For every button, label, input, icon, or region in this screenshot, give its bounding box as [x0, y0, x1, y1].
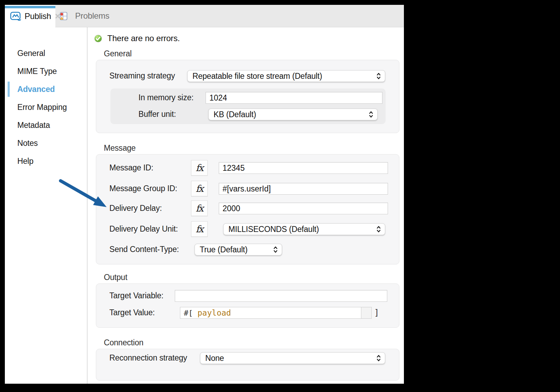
sidebar-divider	[87, 27, 88, 384]
close-icon[interactable]: ×	[55, 12, 61, 21]
sidebar-item-mime-type[interactable]: MIME Type	[5, 62, 87, 80]
sidebar-item-advanced[interactable]: Advanced	[5, 80, 87, 98]
target-variable-label: Target Variable:	[109, 291, 163, 300]
streaming-options-panel: In memory size: Buffer unit: KB (Default…	[110, 88, 386, 124]
delivery-delay-input[interactable]	[219, 203, 388, 214]
output-panel: Target Variable: Target Value: #[ payloa…	[96, 283, 399, 328]
general-panel: Streaming strategy Repeatable file store…	[96, 60, 399, 133]
tab-problems[interactable]: Problems	[59, 5, 117, 27]
status-row: There are no errors.	[94, 34, 180, 43]
send-content-type-select[interactable]: True (Default)	[195, 244, 282, 255]
tab-publish-label: Publish	[25, 11, 51, 21]
updown-chevron-icon	[369, 110, 373, 119]
streaming-strategy-select[interactable]: Repeatable file store stream (Default)	[187, 70, 385, 82]
target-value-label: Target Value:	[109, 308, 155, 317]
updown-chevron-icon	[376, 72, 381, 80]
message-id-input[interactable]	[219, 162, 388, 174]
buffer-unit-label: Buffer unit:	[138, 110, 176, 119]
status-message: There are no errors.	[107, 34, 180, 43]
delivery-delay-unit-fx-button[interactable]: fx	[191, 221, 208, 237]
in-memory-size-input[interactable]	[206, 92, 382, 104]
sidebar-item-error-mapping[interactable]: Error Mapping	[5, 98, 87, 116]
expression-close-bracket: ]	[374, 308, 379, 318]
updown-chevron-icon	[376, 354, 381, 362]
send-content-type-label: Send Content-Type:	[109, 245, 179, 254]
in-memory-size-label: In memory size:	[138, 93, 193, 102]
message-group-id-label: Message Group ID:	[109, 184, 177, 193]
message-group-id-input[interactable]	[219, 183, 388, 195]
message-group-id-fx-button[interactable]: fx	[191, 181, 208, 196]
connection-panel: Reconnection strategy None	[96, 349, 399, 381]
streaming-strategy-label: Streaming strategy	[109, 71, 175, 81]
properties-window: Publish × Problems General MIME Type Adv…	[5, 5, 404, 384]
buffer-unit-select[interactable]: KB (Default)	[208, 109, 378, 120]
target-value-expression: payload	[198, 308, 231, 317]
tab-bar: Publish × Problems	[5, 5, 404, 27]
target-value-expression-field[interactable]: #[ payload	[180, 307, 361, 319]
reconnection-strategy-select[interactable]: None	[200, 352, 385, 364]
reconnection-strategy-label: Reconnection strategy	[109, 353, 187, 363]
section-title-message: Message	[104, 143, 136, 153]
sidebar: General MIME Type Advanced Error Mapping…	[5, 28, 87, 384]
tab-problems-label: Problems	[75, 11, 109, 21]
updown-chevron-icon	[273, 245, 278, 254]
target-value-editor-group: #[ payload ]	[180, 307, 379, 319]
sidebar-item-notes[interactable]: Notes	[5, 134, 87, 152]
expression-editor-button[interactable]	[361, 307, 372, 319]
sidebar-item-help[interactable]: Help	[5, 152, 87, 170]
sidebar-item-metadata[interactable]: Metadata	[5, 116, 87, 134]
delivery-delay-label: Delivery Delay:	[109, 204, 162, 213]
sidebar-item-general[interactable]: General	[5, 44, 87, 62]
target-variable-input[interactable]	[175, 290, 387, 302]
message-id-fx-button[interactable]: fx	[191, 160, 208, 176]
message-panel: Message ID: fx Message Group ID: fx Deli…	[96, 154, 399, 264]
section-title-connection: Connection	[104, 338, 143, 347]
delivery-delay-unit-label: Delivery Delay Unit:	[109, 224, 178, 234]
section-title-output: Output	[104, 273, 127, 282]
delivery-delay-unit-select[interactable]: MILLISECONDS (Default)	[223, 223, 385, 235]
updown-chevron-icon	[376, 225, 381, 233]
expression-open-bracket: #[	[184, 309, 193, 317]
section-title-general: General	[104, 49, 132, 58]
success-check-icon	[94, 35, 102, 43]
mule-connector-icon	[10, 11, 21, 21]
message-id-label: Message ID:	[109, 163, 153, 172]
tab-publish[interactable]: Publish ×	[5, 5, 55, 28]
delivery-delay-fx-button[interactable]: fx	[191, 200, 208, 216]
